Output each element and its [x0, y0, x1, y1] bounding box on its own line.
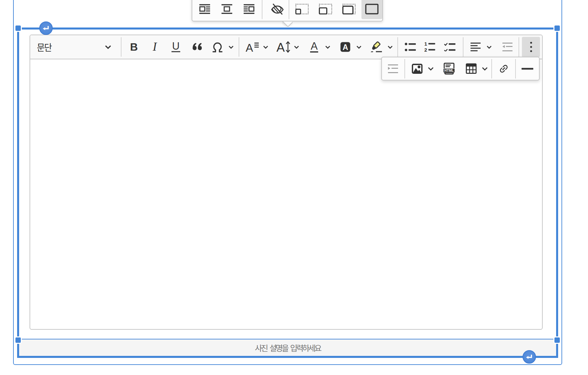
html-embed-icon: HTML — [443, 63, 455, 75]
indent-icon — [388, 64, 398, 73]
toolbar-separator — [404, 59, 405, 78]
insert-paragraph-after-button[interactable] — [523, 350, 536, 364]
horizontal-line-button[interactable] — [518, 59, 536, 79]
image-balloon-toolbar — [192, 0, 383, 21]
indent-button[interactable] — [384, 59, 402, 79]
resize-handle-top-left[interactable] — [15, 25, 21, 31]
more-items-panel: HTML — [381, 57, 540, 81]
resize-original-button[interactable] — [361, 0, 382, 19]
balloon-tip — [282, 21, 293, 27]
align-image-left-button[interactable] — [194, 0, 215, 19]
resize-small-icon — [295, 4, 309, 14]
image-caption[interactable]: 사진 설명을 입력하세요 — [19, 339, 556, 356]
caption-placeholder: 사진 설명을 입력하세요 — [255, 342, 321, 354]
insert-paragraph-before-button[interactable] — [39, 21, 53, 35]
toolbar-separator — [262, 0, 262, 19]
hide-image-button[interactable] — [267, 0, 288, 19]
horizontal-line-icon — [522, 68, 533, 70]
align-image-center-button[interactable] — [216, 0, 237, 19]
link-icon — [498, 63, 509, 74]
eye-off-icon — [271, 3, 284, 15]
return-arrow-icon — [526, 354, 533, 360]
insert-image-icon — [412, 64, 423, 74]
toolbar-separator — [289, 0, 289, 19]
chevron-down-icon — [428, 67, 434, 71]
resize-large-icon — [342, 4, 356, 14]
image-align-right-icon — [243, 4, 255, 14]
resize-medium-icon — [319, 4, 332, 14]
resize-large-button[interactable] — [338, 0, 360, 19]
chevron-down-icon — [482, 67, 488, 71]
insert-table-icon — [466, 63, 477, 74]
return-arrow-icon — [42, 25, 50, 31]
resize-small-button[interactable] — [291, 0, 313, 19]
html-embed-icon-label: HTML — [444, 69, 454, 72]
link-button[interactable] — [495, 59, 513, 79]
align-image-right-button[interactable] — [239, 0, 259, 19]
resize-original-icon — [365, 4, 379, 14]
resize-handle-bottom-left[interactable] — [15, 337, 21, 343]
image-align-center-icon — [221, 4, 233, 14]
toolbar-separator — [515, 59, 516, 78]
insert-table-dropdown[interactable] — [462, 59, 489, 79]
image-align-left-icon — [199, 4, 210, 14]
resize-handle-top-right[interactable] — [554, 25, 560, 31]
toolbar-separator — [491, 59, 492, 78]
insert-image-dropdown[interactable] — [408, 59, 435, 79]
resize-medium-button[interactable] — [314, 0, 337, 19]
resize-handle-bottom-right[interactable] — [554, 337, 560, 343]
html-embed-button[interactable]: HTML — [440, 59, 458, 79]
